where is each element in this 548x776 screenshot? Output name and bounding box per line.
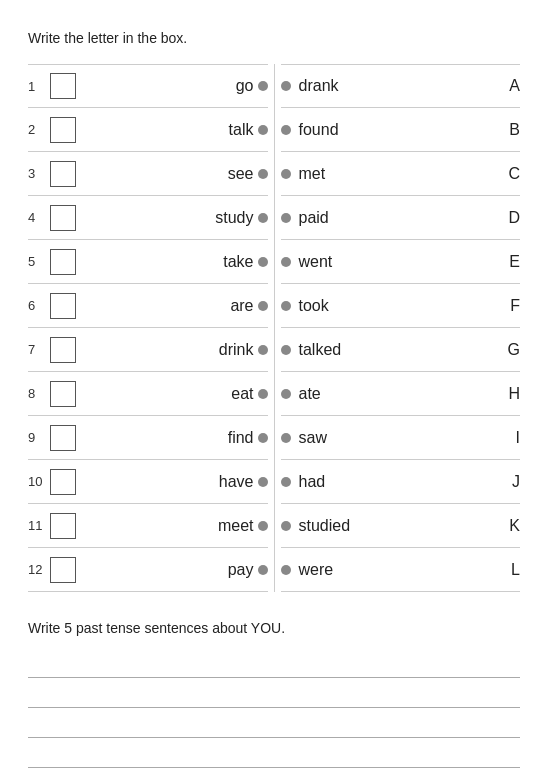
row-number: 12 <box>28 562 50 577</box>
main-instruction: Write the letter in the box. <box>28 30 520 46</box>
right-row: wentE <box>281 240 521 284</box>
write-line[interactable] <box>28 740 520 768</box>
row-number: 9 <box>28 430 50 445</box>
answer-box[interactable] <box>50 73 76 99</box>
row-number: 4 <box>28 210 50 225</box>
connector-dot-left <box>258 301 268 311</box>
right-word: saw <box>299 429 503 447</box>
right-word: talked <box>299 341 503 359</box>
right-row: foundB <box>281 108 521 152</box>
left-row: 12pay <box>28 548 268 592</box>
write-line[interactable] <box>28 650 520 678</box>
row-number: 7 <box>28 342 50 357</box>
connector-dot-left <box>258 213 268 223</box>
right-row: drankA <box>281 64 521 108</box>
answer-box[interactable] <box>50 469 76 495</box>
right-row: paidD <box>281 196 521 240</box>
right-column: drankAfoundBmetCpaidDwentEtookFtalkedGat… <box>275 64 521 592</box>
right-word: paid <box>299 209 503 227</box>
right-word: drank <box>299 77 503 95</box>
left-row: 2talk <box>28 108 268 152</box>
connector-dot-right <box>281 257 291 267</box>
connector-dot-right <box>281 477 291 487</box>
right-word: went <box>299 253 503 271</box>
connector-dot-left <box>258 389 268 399</box>
answer-box[interactable] <box>50 425 76 451</box>
row-number: 6 <box>28 298 50 313</box>
left-word: go <box>82 77 258 95</box>
right-row: ateH <box>281 372 521 416</box>
right-row: tookF <box>281 284 521 328</box>
connector-dot-left <box>258 81 268 91</box>
connector-dot-right <box>281 81 291 91</box>
answer-letter: B <box>502 121 520 139</box>
right-word: studied <box>299 517 503 535</box>
right-row: metC <box>281 152 521 196</box>
answer-box[interactable] <box>50 161 76 187</box>
left-row: 10have <box>28 460 268 504</box>
connector-dot-right <box>281 169 291 179</box>
row-number: 8 <box>28 386 50 401</box>
left-word: have <box>82 473 258 491</box>
left-word: study <box>82 209 258 227</box>
row-number: 10 <box>28 474 50 489</box>
left-word: see <box>82 165 258 183</box>
answer-letter: J <box>502 473 520 491</box>
connector-dot-right <box>281 389 291 399</box>
left-word: find <box>82 429 258 447</box>
connector-dot-right <box>281 521 291 531</box>
answer-letter: H <box>502 385 520 403</box>
row-number: 2 <box>28 122 50 137</box>
matching-exercise: 1go2talk3see4study5take6are7drink8eat9fi… <box>28 64 520 592</box>
left-word: meet <box>82 517 258 535</box>
answer-box[interactable] <box>50 337 76 363</box>
row-number: 3 <box>28 166 50 181</box>
answer-box[interactable] <box>50 557 76 583</box>
answer-box[interactable] <box>50 513 76 539</box>
left-column: 1go2talk3see4study5take6are7drink8eat9fi… <box>28 64 275 592</box>
answer-letter: I <box>502 429 520 447</box>
right-word: had <box>299 473 503 491</box>
right-word: found <box>299 121 503 139</box>
right-row: hadJ <box>281 460 521 504</box>
answer-letter: F <box>502 297 520 315</box>
answer-letter: A <box>502 77 520 95</box>
answer-box[interactable] <box>50 205 76 231</box>
connector-dot-left <box>258 521 268 531</box>
connector-dot-right <box>281 125 291 135</box>
left-word: are <box>82 297 258 315</box>
connector-dot-left <box>258 565 268 575</box>
connector-dot-left <box>258 345 268 355</box>
left-row: 6are <box>28 284 268 328</box>
connector-dot-left <box>258 169 268 179</box>
right-word: were <box>299 561 503 579</box>
left-row: 5take <box>28 240 268 284</box>
connector-dot-right <box>281 433 291 443</box>
write-line[interactable] <box>28 710 520 738</box>
connector-dot-right <box>281 565 291 575</box>
left-row: 7drink <box>28 328 268 372</box>
answer-letter: C <box>502 165 520 183</box>
connector-dot-left <box>258 257 268 267</box>
left-row: 8eat <box>28 372 268 416</box>
answer-box[interactable] <box>50 117 76 143</box>
answer-letter: K <box>502 517 520 535</box>
write-line[interactable] <box>28 680 520 708</box>
left-word: talk <box>82 121 258 139</box>
connector-dot-left <box>258 125 268 135</box>
row-number: 11 <box>28 518 50 533</box>
row-number: 5 <box>28 254 50 269</box>
bottom-instruction: Write 5 past tense sentences about YOU. <box>28 620 520 636</box>
answer-box[interactable] <box>50 293 76 319</box>
left-word: take <box>82 253 258 271</box>
left-row: 1go <box>28 64 268 108</box>
connector-dot-right <box>281 213 291 223</box>
answer-box[interactable] <box>50 249 76 275</box>
write-line[interactable] <box>28 770 520 776</box>
connector-dot-right <box>281 301 291 311</box>
answer-letter: G <box>502 341 520 359</box>
left-word: eat <box>82 385 258 403</box>
answer-letter: L <box>502 561 520 579</box>
answer-box[interactable] <box>50 381 76 407</box>
answer-letter: D <box>502 209 520 227</box>
